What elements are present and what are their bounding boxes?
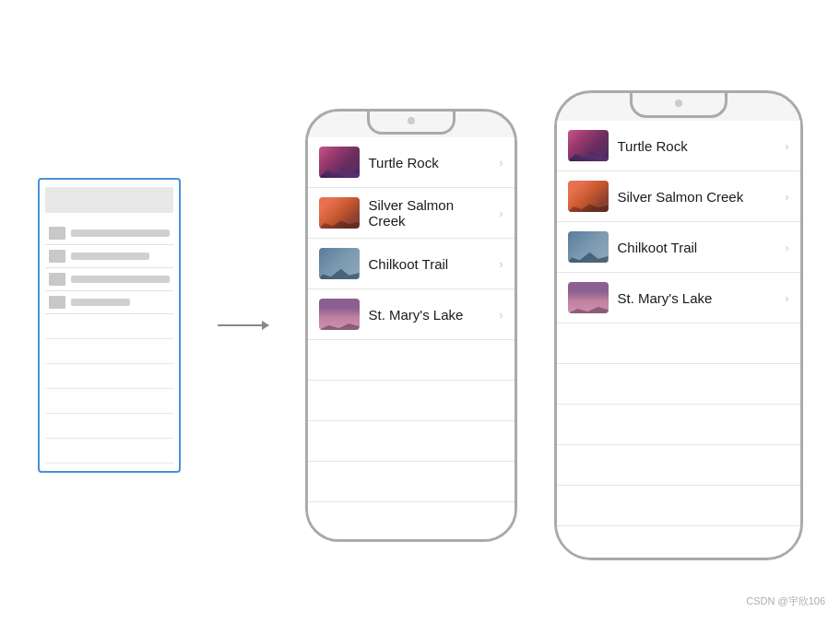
thumbnail-turtle-rock-2 xyxy=(568,130,609,161)
list-item-turtle-rock-1[interactable]: Turtle Rock › xyxy=(308,137,515,188)
empty-row-1-5 xyxy=(308,502,515,539)
empty-row-2-4 xyxy=(557,445,800,486)
phone-frame-1: Turtle Rock › Silver Salmon Creek › Chil… xyxy=(305,109,517,542)
chevron-chilkoot-2: › xyxy=(785,241,788,254)
wireframe-empty-row-5 xyxy=(45,414,173,439)
wireframe-row-2 xyxy=(45,245,173,268)
empty-row-1-2 xyxy=(308,381,515,421)
list-item-turtle-rock-2[interactable]: Turtle Rock › xyxy=(557,121,800,171)
wireframe-line-4 xyxy=(71,299,130,306)
list-item-silver-salmon-2[interactable]: Silver Salmon Creek › xyxy=(557,171,800,222)
thumbnail-chilkoot-2 xyxy=(568,231,609,263)
list-item-silver-salmon-1[interactable]: Silver Salmon Creek › xyxy=(308,188,515,239)
phone-screen-2: Turtle Rock › Silver Salmon Creek › Chil… xyxy=(557,121,800,558)
empty-rows-2 xyxy=(557,323,800,558)
list-item-chilkoot-2[interactable]: Chilkoot Trail › xyxy=(557,222,800,273)
item-label-chilkoot-2: Chilkoot Trail xyxy=(618,240,776,255)
watermark: CSDN @宇欣106 xyxy=(746,594,825,608)
wireframe-row-3 xyxy=(45,268,173,291)
arrow-line xyxy=(218,324,268,326)
wireframe-empty-row-1 xyxy=(45,314,173,339)
notch-camera-2 xyxy=(675,100,682,107)
wireframe-line-1 xyxy=(71,229,170,237)
list-item-chilkoot-1[interactable]: Chilkoot Trail › xyxy=(308,239,515,289)
wireframe-empty-rows xyxy=(45,314,173,464)
empty-row-2-1 xyxy=(557,323,800,364)
item-label-turtle-rock-1: Turtle Rock xyxy=(369,155,491,170)
wireframe-empty-row-6 xyxy=(45,439,173,464)
wireframe-box xyxy=(38,178,181,473)
arrow-container xyxy=(218,324,268,326)
main-canvas: Turtle Rock › Silver Salmon Creek › Chil… xyxy=(0,0,840,623)
wireframe-empty-row-3 xyxy=(45,364,173,389)
item-label-silver-salmon-1: Silver Salmon Creek xyxy=(369,197,491,229)
wireframe-row-1 xyxy=(45,222,173,245)
wireframe-line-2 xyxy=(71,253,150,260)
wireframe-thumb-1 xyxy=(49,227,65,240)
list-item-st-marys-1[interactable]: St. Mary's Lake › xyxy=(308,289,515,340)
wireframe-row-4 xyxy=(45,291,173,314)
item-label-st-marys-2: St. Mary's Lake xyxy=(618,290,776,306)
item-label-chilkoot-1: Chilkoot Trail xyxy=(369,256,491,272)
thumbnail-silver-salmon-2 xyxy=(568,181,609,212)
wireframe-thumb-3 xyxy=(49,273,65,286)
item-label-turtle-rock-2: Turtle Rock xyxy=(618,138,776,154)
empty-row-2-2 xyxy=(557,364,800,405)
item-label-st-marys-1: St. Mary's Lake xyxy=(369,307,491,323)
thumbnail-chilkoot-1 xyxy=(319,248,360,279)
empty-row-1-1 xyxy=(308,340,515,381)
phone-frame-2: Turtle Rock › Silver Salmon Creek › Chil… xyxy=(554,90,803,560)
wireframe-empty-row-4 xyxy=(45,389,173,414)
thumbnail-silver-salmon-1 xyxy=(319,197,360,229)
chevron-turtle-rock-1: › xyxy=(499,156,503,170)
empty-row-1-4 xyxy=(308,462,515,502)
empty-rows-1 xyxy=(308,340,515,539)
thumbnail-st-marys-2 xyxy=(568,282,609,313)
wireframe-header xyxy=(45,187,173,213)
item-label-silver-salmon-2: Silver Salmon Creek xyxy=(618,189,776,205)
wireframe-empty-row-2 xyxy=(45,339,173,364)
wireframe-line-3 xyxy=(71,276,170,283)
thumbnail-st-marys-1 xyxy=(319,299,360,330)
empty-row-2-3 xyxy=(557,405,800,445)
empty-row-1-3 xyxy=(308,421,515,462)
phone-screen-1: Turtle Rock › Silver Salmon Creek › Chil… xyxy=(308,137,515,539)
empty-row-2-5 xyxy=(557,486,800,526)
chevron-turtle-rock-2: › xyxy=(785,139,788,153)
chevron-silver-salmon-2: › xyxy=(785,190,788,204)
thumbnail-turtle-rock-1 xyxy=(319,147,360,178)
chevron-st-marys-2: › xyxy=(785,291,788,305)
wireframe-thumb-4 xyxy=(49,296,65,309)
wireframe-thumb-2 xyxy=(49,250,65,263)
notch-camera-1 xyxy=(408,117,415,124)
list-item-st-marys-2[interactable]: St. Mary's Lake › xyxy=(557,273,800,323)
empty-row-2-6 xyxy=(557,526,800,558)
chevron-st-marys-1: › xyxy=(499,308,503,322)
chevron-silver-salmon-1: › xyxy=(499,206,503,220)
chevron-chilkoot-1: › xyxy=(499,257,503,271)
